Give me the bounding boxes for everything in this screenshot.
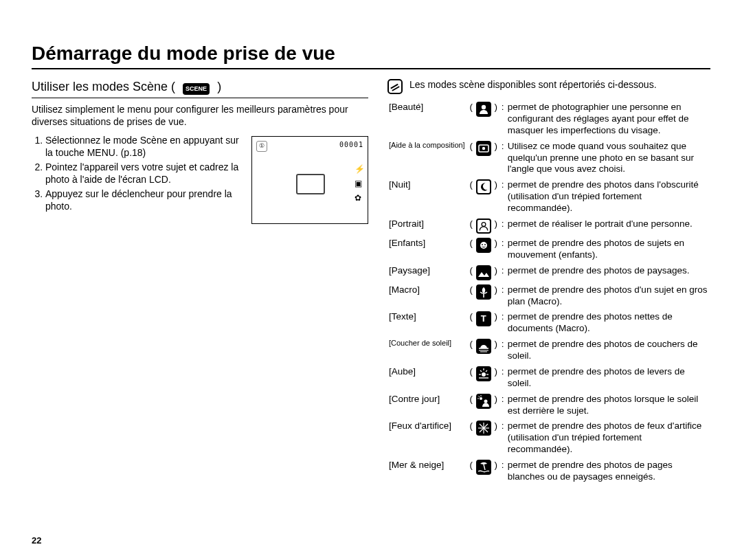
mode-row: [Aube] ( ) : permet de prendre des photo… — [387, 364, 710, 392]
mode-icon-cell — [475, 236, 493, 263]
colon: : — [499, 100, 506, 139]
lcd-mode-badge: ① — [256, 141, 267, 151]
mode-row: [Paysage] ( ) : permet de prendre des ph… — [387, 263, 710, 282]
colon: : — [499, 364, 506, 392]
mode-description: permet de prendre des photos de paysages… — [506, 263, 710, 282]
mode-row: [Nuit] ( ) : permet de prendre des photo… — [387, 177, 710, 216]
mode-description: permet de photographier une personne en … — [506, 100, 710, 139]
paren-close: ) — [493, 177, 499, 216]
paren-open: ( — [468, 364, 475, 392]
mode-description: permet de prendre des photos d'un sujet … — [506, 282, 710, 310]
mode-label: [Beauté] — [387, 100, 468, 139]
mode-description: permet de prendre des photos de sujets e… — [506, 236, 710, 263]
mode-icon-cell — [475, 337, 493, 364]
mode-icon-cell — [475, 100, 493, 139]
mode-icon-cell: T — [475, 309, 493, 337]
page-number: 22 — [32, 535, 41, 546]
lcd-preview: ① 00001 ⚡ ▣ ✿ — [251, 136, 368, 224]
paren-close: ) — [493, 216, 499, 236]
paren-close: ) — [493, 309, 499, 337]
svg-line-26 — [484, 464, 485, 470]
lcd-side-icons: ⚡ ▣ ✿ — [355, 164, 365, 203]
mode-row: [Texte] ( T ) : permet de prendre des ph… — [387, 309, 710, 337]
mode-label: [Feux d'artifice] — [387, 418, 468, 458]
step-item: Sélectionnez le mode Scène en appuyant s… — [45, 135, 245, 159]
mode-row: [Portrait] ( ) : permet de réaliser le p… — [387, 216, 710, 236]
paren-open: ( — [468, 236, 475, 263]
intro-text: Utilisez simplement le menu pour configu… — [32, 104, 368, 128]
svg-line-16 — [478, 396, 480, 397]
svg-line-11 — [480, 370, 482, 372]
left-column: Utiliser les modes Scène ( SCENE ) Utili… — [32, 79, 368, 485]
svg-line-22 — [480, 424, 484, 428]
paren-close: ) — [493, 282, 499, 310]
svg-point-4 — [480, 242, 487, 249]
mode-icon-cell — [475, 458, 493, 485]
svg-line-12 — [486, 370, 487, 372]
paren-open: ( — [468, 216, 475, 236]
mode-description: Utilisez ce mode quand vous souhaitez qu… — [506, 139, 710, 178]
svg-point-7 — [482, 372, 486, 377]
colon: : — [499, 418, 506, 458]
mode-label: [Nuit] — [387, 177, 468, 216]
mode-label: [Contre jour] — [387, 392, 468, 419]
mode-label: [Mer & neige] — [387, 458, 468, 485]
colon: : — [499, 282, 506, 310]
mode-description: permet de réaliser le portrait d'une per… — [506, 216, 710, 236]
svg-point-0 — [481, 105, 485, 109]
paren-close: ) — [493, 392, 499, 419]
paren-open: ( — [468, 177, 475, 216]
paren-open: ( — [468, 100, 475, 139]
paren-open: ( — [468, 263, 475, 282]
mode-description: permet de prendre des photos de feux d'a… — [506, 418, 710, 458]
note-icon — [387, 79, 403, 94]
mode-description: permet de prendre des photos de couchers… — [506, 337, 710, 364]
mode-label: [Texte] — [387, 309, 468, 337]
colon: : — [499, 216, 506, 236]
mode-row: [Beauté] ( ) : permet de photographier u… — [387, 100, 710, 139]
colon: : — [499, 458, 506, 485]
paren-open: ( — [468, 392, 475, 419]
mode-icon-cell — [475, 216, 493, 236]
colon: : — [499, 392, 506, 419]
mode-label: [Enfants] — [387, 236, 468, 263]
lcd-counter: 00001 — [339, 141, 363, 150]
page-title: Démarrage du mode prise de vue — [32, 41, 710, 69]
mode-label: [Paysage] — [387, 263, 468, 282]
scene-icon: SCENE — [183, 83, 210, 95]
right-column: Les modes scène disponibles sont réperto… — [387, 79, 710, 485]
paren-open: ( — [468, 458, 475, 485]
mode-row: [Enfants] ( ) : permet de prendre des ph… — [387, 236, 710, 263]
colon: : — [499, 177, 506, 216]
lcd-focus-frame — [296, 174, 325, 194]
subtitle-suffix: ) — [217, 80, 221, 93]
colon: : — [499, 236, 506, 263]
svg-line-23 — [484, 424, 488, 428]
mode-label: [Aide à la composition] — [387, 139, 468, 178]
subtitle-prefix: Utiliser les modes Scène ( — [32, 80, 175, 93]
paren-close: ) — [493, 337, 499, 364]
paren-close: ) — [493, 100, 499, 139]
colon: : — [499, 337, 506, 364]
mode-description: permet de prendre des photos nettes de d… — [506, 309, 710, 337]
paren-close: ) — [493, 236, 499, 263]
mode-description: permet de prendre des photos de levers d… — [506, 364, 710, 392]
mode-icon-cell — [475, 364, 493, 392]
step-item: Appuyez sur le déclencheur pour prendre … — [45, 188, 245, 212]
paren-close: ) — [493, 263, 499, 282]
paren-open: ( — [468, 418, 475, 458]
svg-point-6 — [484, 244, 486, 245]
mode-icon-cell — [475, 177, 493, 216]
paren-close: ) — [493, 139, 499, 178]
mode-row: [Coucher de soleil] ( ) : permet de pren… — [387, 337, 710, 364]
settings-icon: ✿ — [355, 193, 365, 203]
tree-icon: ▣ — [355, 179, 365, 189]
paren-open: ( — [468, 337, 475, 364]
mode-row: [Feux d'artifice] ( ) : permet de prendr… — [387, 418, 710, 458]
section-subtitle: Utiliser les modes Scène ( SCENE ) — [32, 79, 221, 95]
svg-point-2 — [482, 146, 484, 149]
mode-description: permet de prendre des photos de pages bl… — [506, 458, 710, 485]
step-item: Pointez l'appareil vers votre sujet et c… — [45, 161, 245, 186]
mode-row: [Contre jour] ( ) : permet de prendre de… — [387, 392, 710, 419]
mode-icon-cell — [475, 139, 493, 178]
